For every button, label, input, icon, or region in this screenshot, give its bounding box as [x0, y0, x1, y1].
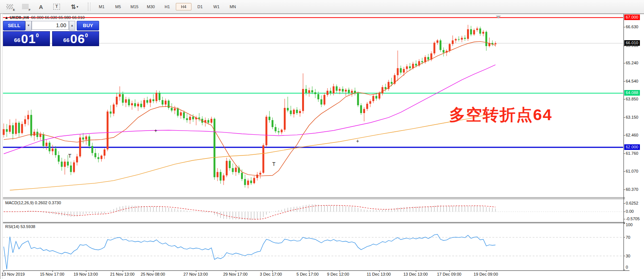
chevron-down-icon: ▾ — [77, 5, 78, 9]
volume-decrease-button[interactable]: ▼ — [25, 21, 32, 31]
buy-price-big: 06 — [70, 32, 85, 45]
candle-body — [397, 68, 399, 75]
candle-body — [269, 117, 270, 120]
candle-body — [272, 120, 273, 127]
timeframe-button-m15[interactable]: M15 — [127, 3, 142, 10]
dots-glyph — [22, 4, 29, 9]
candle-body — [131, 103, 133, 105]
candle-body — [12, 125, 14, 134]
buy-price-small: 66 — [63, 35, 70, 45]
candle-body — [220, 172, 222, 180]
rsi-line — [4, 234, 495, 269]
price-tick-label: 65.240 — [626, 61, 638, 65]
sort-arrows-icon[interactable]: ⇅▾ — [66, 1, 83, 12]
candle-body — [464, 38, 466, 39]
timeframe-button-h4[interactable]: H4 — [176, 3, 191, 10]
sell-price-panel[interactable]: 66 01 0 — [3, 31, 50, 46]
time-tick-label: 17 Dec 09:00 — [437, 272, 461, 276]
rsi-tick-label: 0 — [626, 265, 628, 269]
sub-f: F — [29, 8, 31, 12]
candle-body — [73, 163, 75, 172]
candle-body — [495, 43, 497, 44]
buy-button[interactable]: BUY — [77, 21, 99, 31]
time-tick-label: 5 Dec 17:00 — [296, 272, 318, 276]
collapse-triangle-icon[interactable]: ▲ — [4, 15, 9, 20]
candle-body — [79, 138, 81, 157]
candle-body — [440, 41, 441, 50]
candle-body — [229, 161, 231, 168]
sell-button[interactable]: SELL — [3, 21, 25, 31]
candle-body — [113, 105, 115, 113]
chart-mark: + — [356, 138, 359, 144]
candle-body — [357, 93, 359, 105]
rsi-tick-label: 100 — [626, 222, 632, 227]
time-tick-label: 25 Nov 08:00 — [141, 272, 165, 276]
candle-body — [369, 101, 371, 104]
timeframe-button-w1[interactable]: W1 — [209, 3, 224, 10]
candle-body — [415, 64, 417, 65]
sell-price-big: 01 — [21, 32, 36, 45]
candle-body — [434, 43, 435, 54]
timeframe-button-m5[interactable]: M5 — [110, 3, 126, 10]
candle-body — [49, 143, 51, 151]
macd-tick-label: 0.00 — [626, 209, 634, 214]
candle-body — [55, 149, 57, 155]
time-tick-label: 9 Dec 12:00 — [327, 272, 349, 276]
timeframe-button-mn[interactable]: MN — [225, 3, 241, 10]
candle-body — [134, 103, 136, 106]
indicators-icon[interactable]: E — [4, 1, 16, 12]
candle-body — [449, 44, 451, 51]
candle-body — [345, 90, 347, 92]
macd-tick-label: 0.6252 — [626, 201, 638, 205]
candle-body — [360, 105, 362, 113]
macd-signal-line — [4, 205, 495, 219]
candle-body — [183, 112, 185, 118]
candle-body — [452, 41, 454, 44]
candle-body — [311, 90, 313, 93]
chart-mark: T — [272, 161, 276, 167]
candle-body — [110, 112, 112, 114]
volume-increase-button[interactable]: ▲ — [69, 21, 76, 31]
candle-body — [406, 66, 408, 69]
timeframe-bar: M1M5M15M30H1H4D1W1MN — [93, 3, 241, 10]
font-icon[interactable]: A — [35, 1, 47, 12]
macd-tick-label: -0.5705 — [626, 217, 640, 221]
candle-body — [427, 57, 429, 60]
chart-shift-triangle-icon — [496, 16, 501, 19]
time-tick-label: 13 Dec 13:00 — [403, 272, 428, 276]
time-tick-label: 29 Nov 17:00 — [223, 272, 247, 276]
text-label-icon[interactable]: T — [51, 1, 63, 12]
candle-body — [278, 131, 280, 132]
chart-mark: T — [68, 153, 72, 159]
buy-price-sup: 0 — [85, 33, 88, 38]
volume-input[interactable]: 1.00 — [32, 21, 69, 30]
candle-body — [125, 99, 127, 103]
fractals-grid-icon[interactable]: F — [19, 1, 31, 12]
timeframe-button-d1[interactable]: D1 — [192, 3, 208, 10]
ma-medium-line — [4, 65, 495, 154]
timeframe-button-m1[interactable]: M1 — [94, 3, 110, 10]
price-tick-label: 63.150 — [626, 115, 638, 119]
candle-body — [250, 180, 252, 183]
candle-body — [266, 117, 267, 145]
candle-body — [287, 108, 289, 110]
candle-body — [412, 64, 414, 68]
buy-price-panel[interactable]: 66 06 0 — [52, 31, 99, 46]
timeframe-button-m30[interactable]: M30 — [143, 3, 159, 10]
chart-annotation-text[interactable]: 多空转折点64 — [449, 104, 552, 126]
arrows-glyph: ⇅ — [71, 3, 76, 10]
candle-body — [284, 108, 286, 130]
candle-body — [30, 115, 32, 136]
candle-body — [391, 82, 393, 84]
candle-body — [27, 115, 29, 119]
candle-body — [421, 61, 423, 62]
price-tick-label: 66.630 — [626, 25, 638, 29]
candle-body — [409, 66, 411, 68]
candle-body — [174, 108, 176, 110]
toolbar-separator — [88, 3, 91, 11]
timeframe-button-h1[interactable]: H1 — [159, 3, 175, 10]
rsi-tick-label: 70 — [626, 235, 630, 240]
candle-body — [34, 132, 35, 135]
candle-body — [177, 108, 179, 116]
candle-body — [482, 32, 484, 34]
